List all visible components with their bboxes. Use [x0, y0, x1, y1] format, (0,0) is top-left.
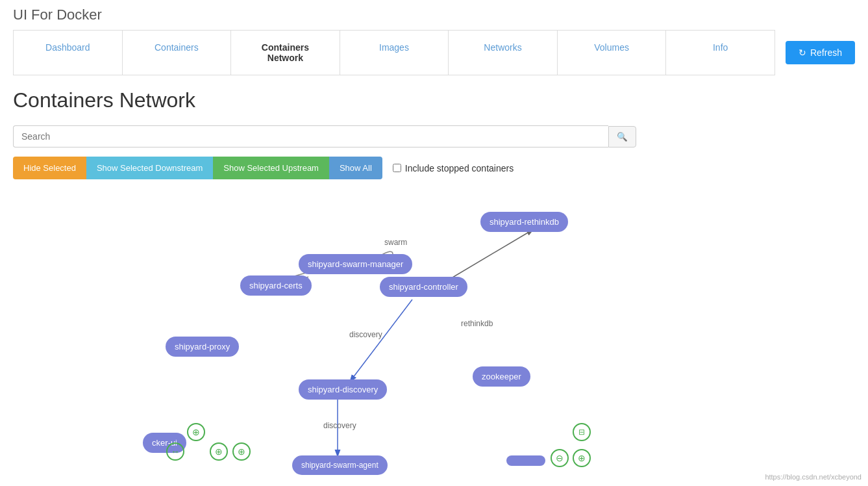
- app-title: UI For Docker: [13, 6, 102, 23]
- refresh-button[interactable]: ↻ Refresh: [786, 41, 855, 64]
- search-row: 🔍: [13, 125, 636, 147]
- include-stopped-text: Include stopped containers: [405, 163, 514, 173]
- node-shipyard-swarm-manager[interactable]: shipyard-swarm-manager: [299, 254, 412, 274]
- nav-item-images[interactable]: Images: [340, 31, 449, 75]
- edge-label-discovery2: discovery: [323, 421, 356, 430]
- nav-item-volumes[interactable]: Volumes: [558, 31, 667, 75]
- node-shipyard-swarm-agent[interactable]: shipyard-swarm-agent: [292, 455, 388, 475]
- include-stopped-checkbox[interactable]: [393, 164, 401, 172]
- icon-br-square[interactable]: ⊟: [573, 423, 591, 441]
- page-title: Containers Network: [13, 88, 855, 112]
- edge-label-discovery1: discovery: [349, 330, 382, 339]
- icon-br-plus[interactable]: ⊕: [573, 449, 591, 467]
- node-unknown[interactable]: [506, 455, 545, 466]
- icon-arrows[interactable]: ↔: [166, 442, 184, 461]
- nav-item-containers[interactable]: Containers: [123, 31, 232, 75]
- search-button[interactable]: 🔍: [608, 126, 636, 147]
- node-shipyard-proxy[interactable]: shipyard-proxy: [166, 337, 239, 357]
- show-all-button[interactable]: Show All: [329, 157, 382, 179]
- show-downstream-button[interactable]: Show Selected Downstream: [86, 157, 213, 179]
- page-content: Containers Network 🔍 Hide Selected Show …: [0, 88, 868, 486]
- show-upstream-button[interactable]: Show Selected Upstream: [213, 157, 329, 179]
- nav-item-dashboard[interactable]: Dashboard: [14, 31, 123, 75]
- refresh-wrapper: ↻ Refresh: [786, 30, 855, 75]
- icon-expand-right[interactable]: ⊕: [232, 442, 251, 461]
- action-row: Hide Selected Show Selected Downstream S…: [13, 157, 855, 179]
- include-stopped-label[interactable]: Include stopped containers: [393, 163, 514, 173]
- graph-svg: [13, 192, 855, 478]
- edge-label-swarm: swarm: [384, 238, 407, 247]
- node-shipyard-controller[interactable]: shipyard-controller: [380, 277, 467, 297]
- top-row: Dashboard Containers ContainersNetwork I…: [0, 30, 868, 75]
- graph-area: shipyard-rethinkdb shipyard-swarm-manage…: [13, 192, 855, 478]
- nav-item-containers-network[interactable]: ContainersNetwork: [231, 31, 340, 75]
- node-shipyard-discovery[interactable]: shipyard-discovery: [299, 379, 387, 400]
- svg-line-1: [351, 300, 412, 381]
- refresh-label: Refresh: [810, 47, 842, 58]
- hide-selected-button[interactable]: Hide Selected: [13, 157, 86, 179]
- app-header: UI For Docker: [0, 0, 868, 30]
- refresh-icon: ↻: [799, 47, 806, 58]
- node-zookeeper[interactable]: zookeeper: [473, 366, 530, 387]
- node-shipyard-certs[interactable]: shipyard-certs: [240, 275, 312, 296]
- icon-br-minus[interactable]: ⊖: [551, 449, 569, 467]
- nav-wrapper: Dashboard Containers ContainersNetwork I…: [13, 30, 775, 75]
- edge-label-rethinkdb: rethinkdb: [461, 319, 493, 328]
- search-input[interactable]: [13, 125, 608, 147]
- icon-expand-down[interactable]: ⊕: [210, 442, 228, 461]
- nav-item-info[interactable]: Info: [666, 31, 775, 75]
- watermark: https://blog.csdn.net/xcbeyond: [765, 473, 862, 481]
- icon-expand-up[interactable]: ⊕: [187, 423, 205, 441]
- search-icon: 🔍: [617, 132, 628, 142]
- nav-item-networks[interactable]: Networks: [449, 31, 558, 75]
- node-shipyard-rethinkdb[interactable]: shipyard-rethinkdb: [480, 212, 568, 232]
